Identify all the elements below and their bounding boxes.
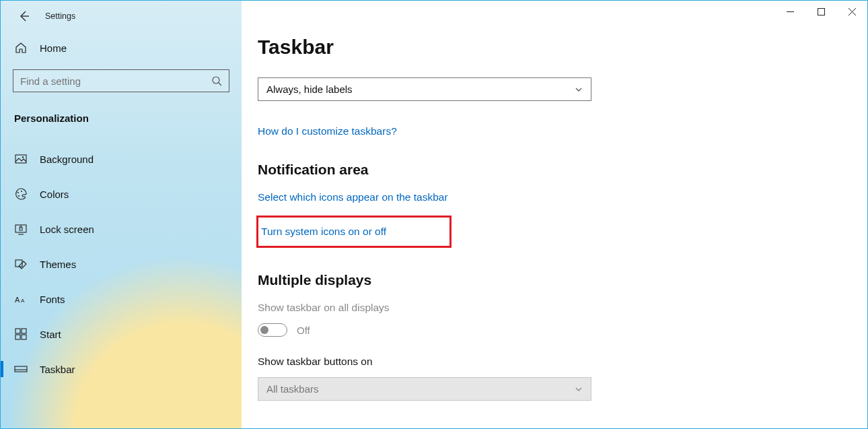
sidebar-item-colors[interactable]: Colors: [1, 176, 242, 211]
search-input[interactable]: [20, 75, 211, 87]
back-button[interactable]: [18, 10, 30, 22]
notification-area-heading: Notification area: [258, 162, 840, 178]
toggle-state: Off: [297, 325, 310, 336]
multiple-displays-heading: Multiple displays: [258, 272, 840, 288]
select-icons-link[interactable]: Select which icons appear on the taskbar: [258, 191, 448, 203]
svg-text:A: A: [15, 296, 20, 304]
home-icon: [14, 41, 28, 55]
sidebar-item-label: Lock screen: [40, 224, 94, 235]
close-button[interactable]: [836, 1, 867, 22]
svg-point-11: [21, 191, 22, 192]
sidebar: Settings Home Personalization B: [1, 1, 242, 428]
show-taskbar-all-toggle[interactable]: [258, 323, 287, 337]
image-icon: [14, 152, 28, 166]
sidebar-item-label: Colors: [40, 189, 69, 200]
search-icon: [211, 75, 222, 86]
app-title: Settings: [45, 11, 75, 21]
sidebar-item-lock-screen[interactable]: Lock screen: [1, 211, 242, 246]
turn-system-icons-link[interactable]: Turn system icons on or off: [261, 226, 386, 238]
svg-rect-18: [15, 329, 20, 333]
svg-rect-22: [15, 366, 27, 372]
sidebar-item-label: Fonts: [40, 294, 65, 305]
maximize-icon: [818, 8, 825, 15]
show-taskbar-buttons-dropdown[interactable]: All taskbars: [258, 377, 591, 401]
nav-list: Background Colors Lock screen Themes AA …: [1, 133, 242, 387]
sidebar-item-label: Background: [40, 154, 94, 165]
sidebar-item-taskbar[interactable]: Taskbar: [1, 352, 242, 387]
chevron-down-icon: [575, 86, 583, 94]
highlighted-box: Turn system icons on or off: [256, 216, 451, 248]
start-icon: [14, 327, 28, 341]
combine-taskbar-dropdown[interactable]: Always, hide labels: [258, 77, 591, 101]
svg-point-10: [18, 195, 20, 197]
svg-rect-20: [15, 335, 20, 339]
themes-icon: [14, 257, 28, 271]
svg-rect-7: [15, 155, 26, 163]
maximize-button[interactable]: [805, 1, 836, 22]
home-label: Home: [40, 42, 67, 54]
svg-point-8: [22, 156, 24, 158]
show-taskbar-all-label: Show taskbar on all displays: [258, 302, 840, 314]
svg-rect-14: [20, 228, 22, 230]
svg-rect-21: [22, 335, 26, 339]
search-box[interactable]: [13, 69, 229, 92]
svg-text:A: A: [21, 298, 25, 304]
lock-screen-icon: [14, 222, 28, 236]
svg-line-6: [219, 83, 221, 86]
svg-rect-1: [818, 8, 824, 15]
minimize-button[interactable]: [774, 1, 805, 22]
window-body: Settings Home Personalization B: [1, 1, 867, 428]
fonts-icon: AA: [14, 292, 28, 306]
sidebar-item-background[interactable]: Background: [1, 141, 242, 176]
toggle-knob: [260, 326, 268, 334]
home-nav[interactable]: Home: [1, 34, 242, 61]
dropdown-value: All taskbars: [266, 383, 319, 395]
sidebar-item-themes[interactable]: Themes: [1, 246, 242, 282]
taskbar-icon: [14, 362, 28, 376]
sidebar-header: Settings: [1, 6, 242, 34]
svg-point-9: [17, 192, 19, 193]
palette-icon: [14, 187, 28, 201]
window-titlebar: [242, 1, 867, 22]
sidebar-item-start[interactable]: Start: [1, 317, 242, 352]
minimize-icon: [787, 8, 794, 15]
sidebar-item-fonts[interactable]: AA Fonts: [1, 282, 242, 317]
content-pane: Taskbar Always, hide labels How do I cus…: [242, 1, 867, 428]
show-taskbar-buttons-label: Show taskbar buttons on: [258, 356, 840, 368]
help-link[interactable]: How do I customize taskbars?: [258, 125, 397, 137]
svg-point-5: [213, 77, 219, 84]
chevron-down-icon: [575, 385, 583, 393]
page-title: Taskbar: [258, 36, 840, 59]
sidebar-item-label: Start: [40, 329, 61, 340]
sidebar-item-label: Taskbar: [40, 364, 75, 375]
dropdown-value: Always, hide labels: [266, 84, 353, 95]
section-heading: Personalization: [1, 92, 242, 133]
toggle-row: Off: [258, 323, 840, 337]
close-icon: [848, 8, 856, 15]
svg-rect-19: [22, 329, 26, 333]
settings-window: Settings Home Personalization B: [0, 0, 868, 429]
sidebar-item-label: Themes: [40, 259, 76, 270]
